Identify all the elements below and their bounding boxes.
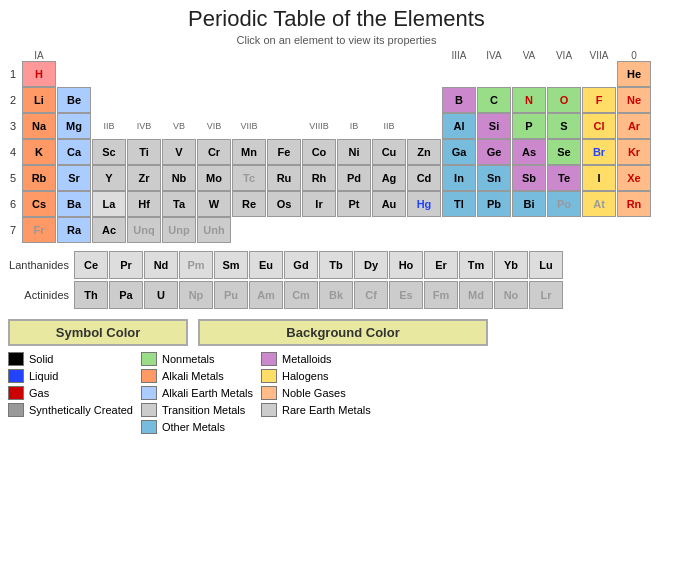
element-Mo[interactable]: Mo	[197, 165, 231, 191]
element-Nb[interactable]: Nb	[162, 165, 196, 191]
element-Unq[interactable]: Unq	[127, 217, 161, 243]
element-P[interactable]: P	[512, 113, 546, 139]
element-U[interactable]: U	[144, 281, 178, 309]
element-Zn[interactable]: Zn	[407, 139, 441, 165]
element-Ca[interactable]: Ca	[57, 139, 91, 165]
element-Cu[interactable]: Cu	[372, 139, 406, 165]
element-Ni[interactable]: Ni	[337, 139, 371, 165]
element-Ra[interactable]: Ra	[57, 217, 91, 243]
element-Sm[interactable]: Sm	[214, 251, 248, 279]
element-Xe[interactable]: Xe	[617, 165, 651, 191]
element-Os[interactable]: Os	[267, 191, 301, 217]
element-Am[interactable]: Am	[249, 281, 283, 309]
element-As[interactable]: As	[512, 139, 546, 165]
element-Pr[interactable]: Pr	[109, 251, 143, 279]
element-O[interactable]: O	[547, 87, 581, 113]
element-F[interactable]: F	[582, 87, 616, 113]
element-Tl[interactable]: Tl	[442, 191, 476, 217]
element-Sc[interactable]: Sc	[92, 139, 126, 165]
element-Pb[interactable]: Pb	[477, 191, 511, 217]
element-Unh[interactable]: Unh	[197, 217, 231, 243]
element-K[interactable]: K	[22, 139, 56, 165]
element-Br[interactable]: Br	[582, 139, 616, 165]
element-Fm[interactable]: Fm	[424, 281, 458, 309]
element-Cl[interactable]: Cl	[582, 113, 616, 139]
element-Tm[interactable]: Tm	[459, 251, 493, 279]
element-Er[interactable]: Er	[424, 251, 458, 279]
element-Bk[interactable]: Bk	[319, 281, 353, 309]
element-Cf[interactable]: Cf	[354, 281, 388, 309]
element-Ru[interactable]: Ru	[267, 165, 301, 191]
element-Cs[interactable]: Cs	[22, 191, 56, 217]
element-B[interactable]: B	[442, 87, 476, 113]
element-Mn[interactable]: Mn	[232, 139, 266, 165]
element-Dy[interactable]: Dy	[354, 251, 388, 279]
element-Th[interactable]: Th	[74, 281, 108, 309]
element-Rh[interactable]: Rh	[302, 165, 336, 191]
element-Np[interactable]: Np	[179, 281, 213, 309]
element-C[interactable]: C	[477, 87, 511, 113]
element-Tb[interactable]: Tb	[319, 251, 353, 279]
element-Zr[interactable]: Zr	[127, 165, 161, 191]
element-W[interactable]: W	[197, 191, 231, 217]
element-Au[interactable]: Au	[372, 191, 406, 217]
element-Cm[interactable]: Cm	[284, 281, 318, 309]
element-Lu[interactable]: Lu	[529, 251, 563, 279]
element-Pd[interactable]: Pd	[337, 165, 371, 191]
element-Li[interactable]: Li	[22, 87, 56, 113]
element-Sr[interactable]: Sr	[57, 165, 91, 191]
element-Lr[interactable]: Lr	[529, 281, 563, 309]
element-Bi[interactable]: Bi	[512, 191, 546, 217]
element-Y[interactable]: Y	[92, 165, 126, 191]
element-Al[interactable]: Al	[442, 113, 476, 139]
element-Nd[interactable]: Nd	[144, 251, 178, 279]
element-La[interactable]: La	[92, 191, 126, 217]
element-Ho[interactable]: Ho	[389, 251, 423, 279]
element-Se[interactable]: Se	[547, 139, 581, 165]
element-At[interactable]: At	[582, 191, 616, 217]
element-Yb[interactable]: Yb	[494, 251, 528, 279]
element-Ir[interactable]: Ir	[302, 191, 336, 217]
element-Cd[interactable]: Cd	[407, 165, 441, 191]
element-Rb[interactable]: Rb	[22, 165, 56, 191]
element-Hf[interactable]: Hf	[127, 191, 161, 217]
element-Fe[interactable]: Fe	[267, 139, 301, 165]
element-Pm[interactable]: Pm	[179, 251, 213, 279]
element-Ga[interactable]: Ga	[442, 139, 476, 165]
element-Ta[interactable]: Ta	[162, 191, 196, 217]
element-Ac[interactable]: Ac	[92, 217, 126, 243]
element-Sb[interactable]: Sb	[512, 165, 546, 191]
element-Tc[interactable]: Tc	[232, 165, 266, 191]
element-In[interactable]: In	[442, 165, 476, 191]
element-Mg[interactable]: Mg	[57, 113, 91, 139]
element-Rn[interactable]: Rn	[617, 191, 651, 217]
element-I[interactable]: I	[582, 165, 616, 191]
element-Te[interactable]: Te	[547, 165, 581, 191]
element-Co[interactable]: Co	[302, 139, 336, 165]
element-Ce[interactable]: Ce	[74, 251, 108, 279]
element-Pa[interactable]: Pa	[109, 281, 143, 309]
element-Ag[interactable]: Ag	[372, 165, 406, 191]
element-Si[interactable]: Si	[477, 113, 511, 139]
element-Na[interactable]: Na	[22, 113, 56, 139]
element-Ge[interactable]: Ge	[477, 139, 511, 165]
element-Po[interactable]: Po	[547, 191, 581, 217]
element-Re[interactable]: Re	[232, 191, 266, 217]
element-Pt[interactable]: Pt	[337, 191, 371, 217]
element-V[interactable]: V	[162, 139, 196, 165]
element-Kr[interactable]: Kr	[617, 139, 651, 165]
element-Unp[interactable]: Unp	[162, 217, 196, 243]
element-N[interactable]: N	[512, 87, 546, 113]
element-S[interactable]: S	[547, 113, 581, 139]
element-H[interactable]: H	[22, 61, 56, 87]
element-Md[interactable]: Md	[459, 281, 493, 309]
element-Ti[interactable]: Ti	[127, 139, 161, 165]
element-Ba[interactable]: Ba	[57, 191, 91, 217]
element-Pu[interactable]: Pu	[214, 281, 248, 309]
element-Eu[interactable]: Eu	[249, 251, 283, 279]
element-Be[interactable]: Be	[57, 87, 91, 113]
element-He[interactable]: He	[617, 61, 651, 87]
element-No[interactable]: No	[494, 281, 528, 309]
element-Fr[interactable]: Fr	[22, 217, 56, 243]
element-Gd[interactable]: Gd	[284, 251, 318, 279]
